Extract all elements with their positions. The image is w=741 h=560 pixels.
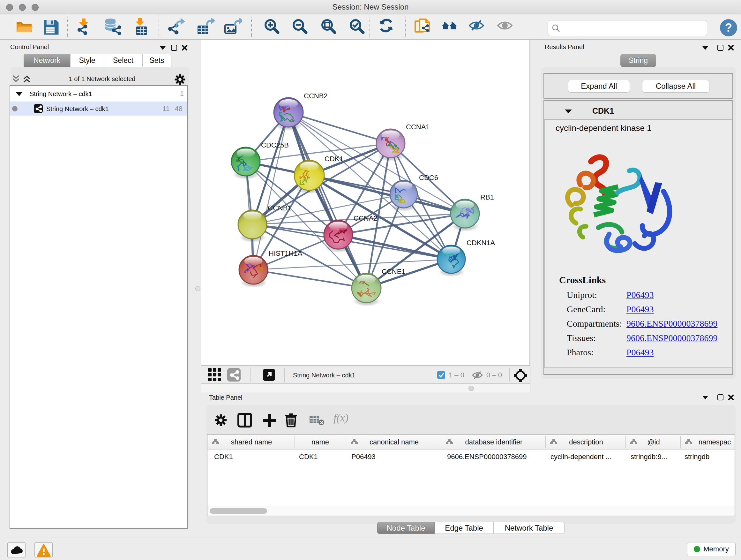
svg-text:CDC25B: CDC25B xyxy=(261,141,289,149)
svg-text:CDK1: CDK1 xyxy=(325,155,343,163)
svg-text:RB1: RB1 xyxy=(480,193,494,201)
svg-text:CCNB2: CCNB2 xyxy=(304,92,328,100)
svg-text:CCNE1: CCNE1 xyxy=(382,267,406,275)
svg-text:CDC6: CDC6 xyxy=(419,174,438,182)
svg-text:CCNA2: CCNA2 xyxy=(354,214,378,222)
svg-text:HIST1H1A: HIST1H1A xyxy=(269,249,302,257)
svg-text:CCNA1: CCNA1 xyxy=(406,123,430,131)
svg-text:CCNB1: CCNB1 xyxy=(268,204,292,212)
svg-text:CDKN1A: CDKN1A xyxy=(467,239,495,247)
